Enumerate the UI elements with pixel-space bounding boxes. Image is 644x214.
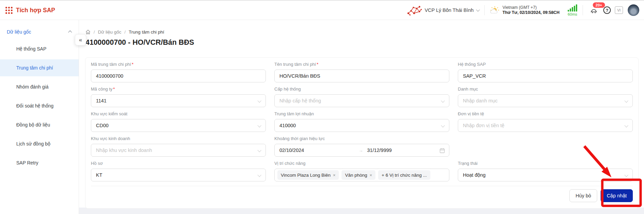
select-value: KT [96, 172, 102, 178]
required-mark: * [317, 62, 318, 67]
input-value: HO/VCR/Bán BĐS [279, 73, 320, 79]
header-divider [484, 5, 485, 15]
field-label: Cấp hệ thống [274, 86, 449, 92]
status-select[interactable]: Hoạt động [458, 169, 633, 181]
business-area-select[interactable]: Nhập khu vực kinh doanh [91, 144, 266, 157]
breadcrumb-separator: / [124, 30, 126, 35]
sidebar-item-doi-soat-he-thong[interactable]: Đối soát hệ thống [0, 97, 79, 114]
select-value: Hoạt động [463, 172, 486, 178]
sidebar-item-label: Đối soát hệ thống [16, 103, 54, 109]
chevron-down-icon [624, 123, 628, 127]
locale-block: Vietnam (GMT +7) Thứ Tư, 02/10/2024, 09:… [490, 5, 560, 15]
user-avatar[interactable] [628, 4, 639, 16]
required-mark: * [132, 62, 134, 67]
user-name: VCP Lý Bôn Thái Bình [425, 7, 474, 13]
locale-datetime: Thứ Tư, 02/10/2024, 09:58CH [503, 10, 560, 15]
chevron-down-icon [624, 173, 628, 177]
notifications-button[interactable]: 20+ [590, 6, 598, 14]
field-cost-center-code: Mã trung tâm chi phí* 4100000700 [91, 61, 266, 82]
footer-divider [91, 186, 633, 186]
top-header: Tích hợp SAP VCP Lý Bôn Thái Bình [0, 1, 644, 20]
language-label: VI [617, 8, 621, 12]
chevron-down-icon [476, 8, 480, 12]
label-text: Hệ thống SAP [458, 62, 486, 67]
breadcrumb-separator: / [94, 30, 95, 35]
field-category: Danh mục Nhập danh mục [458, 86, 633, 107]
label-text: Trạng thái [458, 161, 477, 166]
question-icon: ? [606, 8, 608, 13]
user-menu[interactable]: VCP Lý Bôn Thái Bình [407, 4, 479, 16]
company-code-select[interactable]: 1141 [91, 94, 266, 107]
selected-tag: Văn phòng × [341, 170, 375, 180]
functional-location-multiselect[interactable]: Vincom Plaza Long Biên × Văn phòng × + 6… [274, 169, 449, 181]
field-label: Khu vực kinh doanh [91, 135, 266, 142]
breadcrumb-item[interactable]: Dữ liệu gốc [98, 30, 121, 35]
sidebar-item-dong-bo-du-lieu[interactable]: Đồng bộ dữ liệu [0, 116, 79, 133]
sidebar-group-master-data[interactable]: Dữ liệu gốc [0, 25, 79, 38]
cancel-button[interactable]: Hủy bỏ [569, 189, 597, 202]
field-validity-period: Khoảng thời gian hiệu lực 02/10/2024 → 3… [274, 135, 449, 157]
field-label: Vị trí chức năng [274, 160, 449, 167]
label-text: Vị trí chức năng [274, 161, 306, 166]
sidebar-item-nhom-danh-gia[interactable]: Nhóm đánh giá [0, 78, 79, 95]
label-text: Trung tâm lợi nhuận [274, 111, 314, 116]
required-mark: * [113, 86, 115, 92]
label-text: Mã công ty [91, 86, 113, 92]
profit-center-select[interactable]: 410000 [274, 119, 449, 132]
home-icon[interactable] [85, 30, 91, 35]
label-text: Cấp hệ thống [274, 86, 301, 92]
system-level-select[interactable]: Nhập cấp hệ thống [274, 94, 449, 107]
currency-select[interactable]: Nhập đơn vị tiền tệ [458, 119, 633, 132]
select-placeholder: Nhập danh mục [463, 98, 497, 103]
range-start-date[interactable]: 02/10/2024 [279, 148, 357, 153]
chevron-down-icon [441, 99, 445, 102]
select-value: CD00 [96, 123, 109, 128]
update-button[interactable]: Cập nhật [601, 189, 633, 202]
field-system-level: Cấp hệ thống Nhập cấp hệ thống [274, 86, 449, 107]
language-switcher[interactable]: VI [615, 6, 623, 14]
sidebar-item-lich-su-dong-bo[interactable]: Lịch sử đồng bộ [0, 135, 79, 152]
breadcrumb-current: Trung tâm chi phí [129, 30, 164, 35]
select-placeholder: Nhập đơn vị tiền tệ [463, 123, 504, 128]
app-title: Tích hợp SAP [16, 7, 55, 14]
field-functional-location: Vị trí chức năng Vincom Plaza Long Biên … [274, 160, 449, 181]
select-placeholder: Nhập cấp hệ thống [279, 98, 321, 103]
sidebar-nav: Dữ liệu gốc Hệ thống SAP Trung tâm chi p… [0, 20, 79, 214]
locale-region: Vietnam (GMT +7) [503, 5, 560, 10]
main-content: / Dữ liệu gốc / Trung tâm chi phí 410000… [79, 20, 644, 214]
sidebar-item-he-thong-sap[interactable]: Hệ thống SAP [0, 40, 79, 57]
sidebar-item-label: SAP Retry [16, 160, 38, 166]
app-logo[interactable]: Tích hợp SAP [5, 7, 55, 14]
cost-center-name-input[interactable]: HO/VCR/Bán BĐS [274, 70, 449, 82]
field-empty-cell [458, 135, 633, 157]
sidebar-item-trung-tam-chi-phi[interactable]: Trung tâm chi phí [0, 59, 79, 76]
label-text: Hồ sơ [91, 161, 103, 166]
range-arrow-icon: → [357, 148, 365, 153]
field-label: Trạng thái [458, 160, 633, 167]
sidebar-collapse-button[interactable]: « [75, 34, 86, 45]
field-label: Tên trung tâm chi phí* [274, 61, 449, 67]
locale-text: Vietnam (GMT +7) Thứ Tư, 02/10/2024, 09:… [503, 5, 560, 15]
label-text: Mã trung tâm chi phí [91, 62, 131, 67]
chevron-down-icon [624, 99, 628, 102]
field-profit-center: Trung tâm lợi nhuận 410000 [274, 111, 449, 132]
breadcrumb: / Dữ liệu gốc / Trung tâm chi phí [85, 30, 164, 35]
control-area-select[interactable]: CD00 [91, 119, 266, 132]
field-label: Mã trung tâm chi phí* [91, 61, 266, 67]
profile-select[interactable]: KT [91, 169, 266, 181]
select-placeholder: Nhập khu vực kinh doanh [96, 148, 152, 153]
field-status: Trạng thái Hoạt động [458, 160, 633, 181]
field-label: Đơn vị tiền tệ [458, 111, 633, 117]
tag-remove-icon[interactable]: × [333, 173, 336, 178]
sap-system-input[interactable]: SAP_VCR [458, 70, 633, 82]
help-button[interactable]: ? [603, 6, 611, 14]
more-tags-badge[interactable]: + 6 Vị trí chức năng ... [378, 170, 430, 180]
cost-center-code-input[interactable]: 4100000700 [91, 70, 266, 82]
category-select[interactable]: Nhập danh mục [458, 94, 633, 107]
validity-period-rangepicker[interactable]: 02/10/2024 → 31/12/9999 [274, 144, 449, 157]
tag-remove-icon[interactable]: × [370, 173, 372, 178]
range-end-date[interactable]: 31/12/9999 [365, 148, 445, 153]
cost-center-form: Mã trung tâm chi phí* 4100000700 Tên tru… [91, 61, 633, 181]
page-title: 4100000700 - HO/VCR/Bán BĐS [85, 38, 194, 47]
sidebar-item-sap-retry[interactable]: SAP Retry [0, 154, 79, 171]
